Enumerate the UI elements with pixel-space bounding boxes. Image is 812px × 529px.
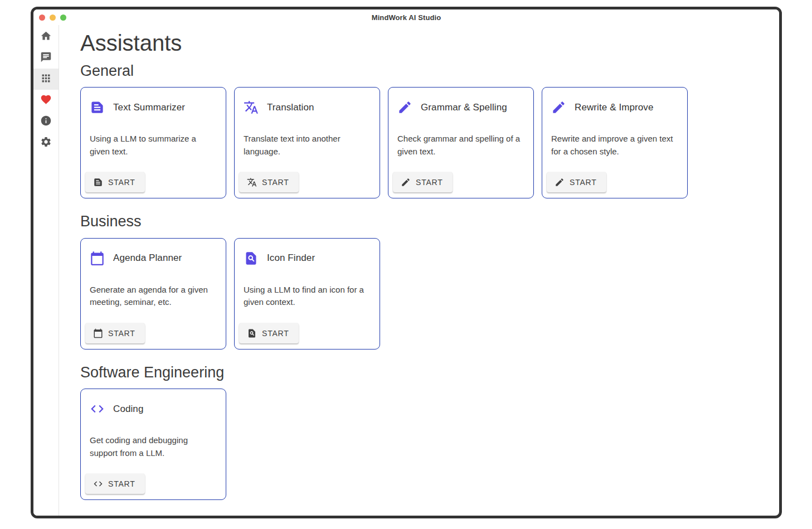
card-translation: TranslationTranslate text into another l… xyxy=(234,87,380,198)
section-title-software-engineering: Software Engineering xyxy=(80,363,768,381)
sidebar-item-home[interactable] xyxy=(33,26,59,47)
card-header: Icon Finder xyxy=(244,251,371,266)
card-text-summarizer: Text SummarizerUsing a LLM to summarize … xyxy=(80,87,226,198)
edit-pencil-icon xyxy=(397,100,412,115)
card-description: Translate text into another language. xyxy=(244,133,371,158)
card-title: Rewrite & Improve xyxy=(575,102,654,113)
gear-icon xyxy=(40,136,52,150)
start-button-label: START xyxy=(416,178,443,187)
card-header: Translation xyxy=(244,100,371,115)
apps-grid-icon xyxy=(40,72,52,86)
start-button-translation[interactable]: START xyxy=(239,172,299,192)
start-button-grammar-spelling[interactable]: START xyxy=(393,172,453,192)
start-button-rewrite-improve[interactable]: START xyxy=(547,172,606,192)
translate-icon xyxy=(244,100,259,115)
card-icon-finder: Icon FinderUsing a LLM to find an icon f… xyxy=(234,238,380,350)
home-icon xyxy=(40,30,52,44)
edit-pencil-icon xyxy=(555,177,565,187)
calendar-icon xyxy=(93,328,103,338)
content-area: Assistants GeneralText SummarizerUsing a… xyxy=(59,25,779,516)
card-title: Coding xyxy=(113,404,143,415)
edit-pencil-icon xyxy=(401,177,411,187)
calendar-icon xyxy=(90,251,105,266)
code-icon xyxy=(93,479,103,489)
card-description: Using a LLM to find an icon for a given … xyxy=(244,284,371,309)
start-button-icon-finder[interactable]: START xyxy=(239,323,299,343)
document-search-icon xyxy=(247,328,257,338)
card-coding: CodingGet coding and debugging support f… xyxy=(80,389,226,500)
start-button-label: START xyxy=(108,178,135,187)
main-layout: Assistants GeneralText SummarizerUsing a… xyxy=(33,25,779,516)
heart-icon xyxy=(40,94,52,108)
card-header: Rewrite & Improve xyxy=(551,100,678,115)
sidebar-item-supporters[interactable] xyxy=(33,90,59,111)
traffic-lights xyxy=(39,9,66,25)
card-description: Generate an agenda for a given meeting, … xyxy=(90,284,217,309)
window-title: MindWork AI Studio xyxy=(372,13,441,22)
start-button-label: START xyxy=(108,479,135,488)
zoom-button[interactable] xyxy=(60,14,66,21)
start-button-label: START xyxy=(262,329,289,338)
card-header: Grammar & Spelling xyxy=(397,100,524,115)
card-row-software-engineering: CodingGet coding and debugging support f… xyxy=(80,389,768,500)
card-title: Grammar & Spelling xyxy=(421,102,507,113)
card-agenda-planner: Agenda PlannerGenerate an agenda for a g… xyxy=(80,238,226,350)
card-description: Rewrite and improve a given text for a c… xyxy=(551,133,678,158)
card-header: Agenda Planner xyxy=(90,251,217,266)
document-search-icon xyxy=(244,251,259,266)
section-title-business: Business xyxy=(80,212,768,230)
card-header: Coding xyxy=(90,401,217,416)
start-button-label: START xyxy=(108,329,135,338)
text-snippet-icon xyxy=(93,177,103,187)
card-row-general: Text SummarizerUsing a LLM to summarize … xyxy=(80,87,768,198)
card-header: Text Summarizer xyxy=(90,100,217,115)
titlebar: MindWork AI Studio xyxy=(33,9,779,25)
card-description: Check grammar and spelling of a given te… xyxy=(397,133,524,158)
page-title: Assistants xyxy=(80,30,768,56)
start-button-agenda-planner[interactable]: START xyxy=(85,323,145,343)
translate-icon xyxy=(247,177,257,187)
start-button-label: START xyxy=(570,178,597,187)
code-icon xyxy=(90,401,105,416)
card-description: Get coding and debugging support from a … xyxy=(90,434,217,459)
sections: GeneralText SummarizerUsing a LLM to sum… xyxy=(80,62,768,500)
start-button-coding[interactable]: START xyxy=(85,474,145,494)
card-title: Text Summarizer xyxy=(113,102,185,113)
minimize-button[interactable] xyxy=(50,14,56,21)
card-row-business: Agenda PlannerGenerate an agenda for a g… xyxy=(80,238,768,350)
chat-icon xyxy=(40,51,52,65)
sidebar xyxy=(33,25,59,516)
card-title: Icon Finder xyxy=(267,253,315,264)
sidebar-item-assistants[interactable] xyxy=(33,69,59,90)
card-rewrite-improve: Rewrite & ImproveRewrite and improve a g… xyxy=(542,87,688,198)
sidebar-item-settings[interactable] xyxy=(33,132,59,153)
start-button-text-summarizer[interactable]: START xyxy=(85,172,145,192)
info-icon xyxy=(40,115,52,129)
card-title: Agenda Planner xyxy=(113,253,182,264)
section-title-general: General xyxy=(80,62,768,80)
sidebar-item-about[interactable] xyxy=(33,111,59,132)
card-title: Translation xyxy=(267,102,314,113)
app-window: MindWork AI Studio Assistants GeneralTex… xyxy=(31,7,782,518)
text-snippet-icon xyxy=(90,100,105,115)
card-description: Using a LLM to summarize a given text. xyxy=(90,133,217,158)
close-button[interactable] xyxy=(39,14,45,21)
start-button-label: START xyxy=(262,178,289,187)
sidebar-item-chats[interactable] xyxy=(33,47,59,69)
card-grammar-spelling: Grammar & SpellingCheck grammar and spel… xyxy=(388,87,534,198)
edit-pencil-icon xyxy=(551,100,566,115)
